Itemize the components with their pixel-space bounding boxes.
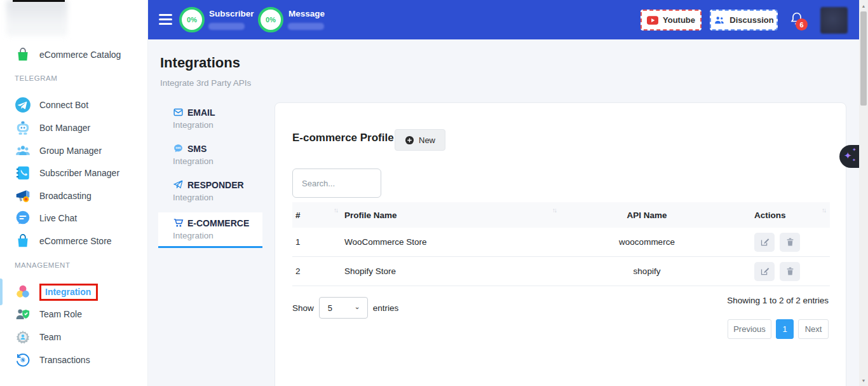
search-input[interactable] bbox=[292, 169, 381, 198]
sidebar-item-ecommerce-store[interactable]: eCommerce Store bbox=[0, 231, 148, 251]
next-page-button[interactable]: Next bbox=[798, 319, 829, 339]
subnav-item-email[interactable]: EMAIL Integration bbox=[158, 107, 262, 130]
subnav-item-sms[interactable]: SMS SMS Integration bbox=[158, 143, 262, 166]
column-header-profile-name[interactable]: Profile Name bbox=[341, 210, 552, 220]
subnav-item-responder[interactable]: RESPONDER Integration bbox=[158, 179, 262, 202]
message-stat-label: Message bbox=[288, 9, 325, 18]
subnav-responder-title: RESPONDER bbox=[187, 180, 244, 190]
history-clock-icon bbox=[15, 352, 31, 368]
sort-icon[interactable]: ↑↓ bbox=[822, 207, 825, 214]
message-progress-value: 0% bbox=[266, 16, 276, 24]
sidebar-item-label: Transactions bbox=[39, 355, 90, 365]
sort-icon[interactable]: ↑↓ bbox=[334, 207, 337, 214]
message-stat-blurred-value bbox=[288, 23, 324, 30]
column-header-api-name[interactable]: API Name bbox=[552, 210, 742, 220]
subnav-item-ecommerce[interactable]: E-COMMERCE Integration bbox=[158, 212, 262, 248]
sidebar-item-subscriber-manager[interactable]: Subscriber Manager bbox=[0, 163, 148, 183]
youtube-button-label: Youtube bbox=[663, 15, 695, 25]
role-shield-icon bbox=[15, 306, 31, 322]
row-api-name: woocommerce bbox=[552, 237, 742, 247]
new-button[interactable]: New bbox=[395, 129, 445, 151]
previous-page-button[interactable]: Previous bbox=[728, 319, 771, 339]
delete-button[interactable] bbox=[780, 233, 800, 252]
subnav-email-subtitle: Integration bbox=[158, 120, 262, 130]
sidebar-item-label: eCommerce Store bbox=[39, 236, 112, 246]
sparkle-small-icon: ✦ bbox=[852, 147, 857, 153]
sidebar-item-team-role[interactable]: Team Role bbox=[0, 305, 148, 324]
app-window: eCommerce Catalog TELEGRAM Connect Bot B… bbox=[0, 0, 868, 386]
edit-icon bbox=[760, 266, 770, 276]
ai-assistant-fab[interactable]: ✦ ✦ ✦ bbox=[839, 145, 859, 168]
store-bag-icon bbox=[15, 233, 31, 249]
main-content: Integrations Integrate 3rd Party APIs EM… bbox=[148, 39, 859, 386]
sidebar-item-label-integration: Integration bbox=[39, 284, 98, 301]
discussion-button[interactable]: Discussion bbox=[710, 10, 778, 31]
sidebar-item-transactions[interactable]: Transactions bbox=[0, 350, 148, 369]
sparkle-tiny-icon: ✦ bbox=[852, 158, 856, 163]
page-size-control: Show 5 ⌄ entries bbox=[292, 297, 398, 319]
page-title: Integrations bbox=[160, 55, 240, 71]
sidebar-item-group-manager[interactable]: Group Manager bbox=[0, 141, 148, 160]
delete-button[interactable] bbox=[780, 262, 800, 281]
sidebar-item-connect-bot[interactable]: Connect Bot bbox=[0, 95, 148, 114]
sidebar-item-team[interactable]: Team bbox=[0, 327, 148, 347]
svg-text:SMS: SMS bbox=[175, 147, 181, 149]
telegram-icon bbox=[15, 97, 31, 113]
sidebar-item-ecommerce-catalog[interactable]: eCommerce Catalog bbox=[0, 45, 148, 64]
gear-user-icon bbox=[15, 329, 31, 345]
three-circles-icon bbox=[15, 284, 31, 300]
megaphone-icon bbox=[15, 188, 31, 204]
page-subtitle: Integrate 3rd Party APIs bbox=[160, 78, 251, 88]
entries-summary: Showing 1 to 2 of 2 entries bbox=[727, 296, 829, 305]
sidebar-section-telegram: TELEGRAM bbox=[15, 74, 57, 82]
scroll-up-arrow-icon[interactable]: ▲ bbox=[859, 1, 868, 10]
user-avatar[interactable] bbox=[820, 7, 848, 34]
table-row: 1 WooCommerce Store woocommerce bbox=[292, 228, 830, 257]
entries-label: entries bbox=[373, 303, 399, 313]
scrollbar-thumb[interactable] bbox=[860, 11, 867, 106]
column-header-actions[interactable]: Actions bbox=[742, 210, 830, 220]
subnav-ecommerce-subtitle: Integration bbox=[158, 231, 262, 240]
paper-plane-icon bbox=[173, 179, 184, 190]
sidebar-item-label: Connect Bot bbox=[39, 100, 88, 110]
pagination: Previous 1 Next bbox=[728, 319, 829, 339]
sidebar-item-bot-manager[interactable]: Bot Manager bbox=[0, 118, 148, 137]
show-label: Show bbox=[292, 303, 314, 313]
contact-book-icon bbox=[15, 165, 31, 181]
edit-button[interactable] bbox=[754, 262, 775, 281]
sidebar-item-label: Team bbox=[39, 332, 61, 342]
sort-icon[interactable]: ↑↓ bbox=[552, 207, 556, 214]
sidebar-item-integration[interactable]: Integration bbox=[0, 282, 148, 301]
sidebar-item-broadcasting[interactable]: Broadcasting bbox=[0, 186, 148, 205]
user-group-icon bbox=[15, 142, 31, 159]
vertical-scrollbar[interactable]: ▲ ▼ bbox=[859, 0, 868, 386]
row-profile-name: WooCommerce Store bbox=[341, 237, 552, 247]
row-num: 1 bbox=[292, 237, 341, 247]
youtube-button[interactable]: Youtube bbox=[641, 10, 702, 31]
sidebar-item-label: eCommerce Catalog bbox=[39, 50, 121, 60]
subscriber-progress-value: 0% bbox=[187, 16, 197, 24]
discussion-button-label: Discussion bbox=[729, 15, 773, 25]
table-header: # Profile Name API Name Actions bbox=[292, 202, 830, 228]
sidebar-item-label: Group Manager bbox=[39, 146, 102, 156]
edit-icon bbox=[760, 237, 770, 247]
discussion-people-icon bbox=[714, 15, 725, 25]
plus-circle-icon bbox=[405, 135, 414, 145]
notification-bell-icon[interactable]: 6 bbox=[789, 11, 806, 30]
sidebar-section-management: MANAGEMENT bbox=[15, 261, 70, 269]
sidebar-item-label: Subscriber Manager bbox=[39, 168, 119, 178]
hamburger-menu-icon[interactable] bbox=[159, 14, 172, 25]
edit-button[interactable] bbox=[754, 233, 775, 252]
row-profile-name: Shopify Store bbox=[341, 266, 552, 276]
row-num: 2 bbox=[292, 266, 341, 276]
page-1-button[interactable]: 1 bbox=[776, 319, 794, 339]
page-size-value: 5 bbox=[328, 303, 332, 313]
topbar: 0% Subscriber 0% Message Youtube Discuss… bbox=[148, 0, 859, 39]
subnav-responder-subtitle: Integration bbox=[158, 193, 262, 202]
scroll-down-arrow-icon[interactable]: ▼ bbox=[859, 376, 868, 385]
sidebar-item-live-chat[interactable]: Live Chat bbox=[0, 209, 148, 228]
sidebar-item-label: Team Role bbox=[39, 309, 82, 319]
shopping-cart-icon bbox=[173, 217, 184, 228]
page-size-select[interactable]: 5 ⌄ bbox=[319, 297, 368, 319]
chat-bubble-icon bbox=[15, 210, 31, 226]
